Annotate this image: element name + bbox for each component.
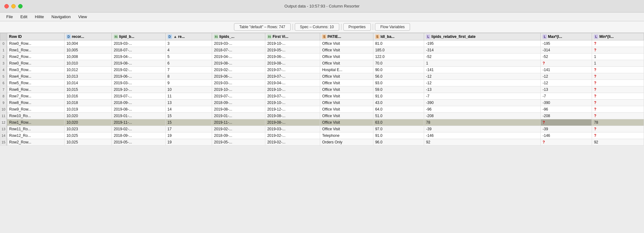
table-row[interactable]: 9Row8_Row...10,0182018-09-...132018-09-.… <box>0 100 644 106</box>
menu-file[interactable]: File <box>3 14 16 20</box>
row-number: 11 <box>0 113 7 119</box>
maximize-button[interactable] <box>18 4 23 8</box>
col-header-lipids-rel[interactable]: L lipids_relative_first_date <box>424 33 541 40</box>
cell-lipids-rel: -141 <box>424 67 541 73</box>
table-row[interactable]: 6Row5_Row...10,0142019-03-...92019-03-..… <box>0 80 644 86</box>
cell-patie: Office Visit <box>320 106 373 113</box>
cell-max-l: -390 <box>541 100 592 106</box>
cell-recor: 10,025 <box>65 132 112 139</box>
cell-min-l: ? <box>592 132 644 139</box>
menu-view[interactable]: View <box>75 14 90 20</box>
table-row[interactable]: 1Row1_Row...10,0052018-07-...42018-07-..… <box>0 47 644 54</box>
cell-patie: Office Visit <box>320 54 373 60</box>
minimize-button[interactable] <box>11 4 16 8</box>
cell-lipids-rel: -195 <box>424 40 541 47</box>
cell-re: 3 <box>165 40 212 47</box>
col-label-first-vi: First Vi... <box>273 34 288 39</box>
cell-lipids-s: 2019-02-... <box>212 67 265 73</box>
cell-lipid-b: 2019-05-... <box>112 139 165 146</box>
cell-lipids-s: 2019-10-... <box>212 86 265 93</box>
col-header-row-id[interactable]: Row ID <box>7 33 64 40</box>
cell-recor: 10,023 <box>65 126 112 132</box>
properties-button[interactable]: Properties <box>343 23 371 31</box>
col-label-lipids-rel: lipids_relative_first_date <box>431 34 475 39</box>
cell-recor: 10,020 <box>65 113 112 119</box>
cell-lipid-b: 2019-08-... <box>112 106 165 113</box>
table-row[interactable]: 14Row12_Ro...10,0252018-09-...192018-09-… <box>0 132 644 139</box>
table-row[interactable]: 2Row2_Row...10,0082019-04-...52019-04-..… <box>0 54 644 60</box>
table-info-button[interactable]: Table "default" – Rows: 747 <box>234 23 291 31</box>
col-header-recor[interactable]: D recor... <box>65 33 112 40</box>
cell-min-l: ? <box>592 80 644 86</box>
table-row[interactable]: 11Row10_Ro...10,0202019-01-...152019-01-… <box>0 113 644 119</box>
cell-lipids-s: 2019-01-... <box>212 113 265 119</box>
table-row[interactable]: 4Row3_Row...10,0122019-02-...72019-02-..… <box>0 67 644 73</box>
col-type-recor: D <box>66 34 71 39</box>
col-header-first-vi[interactable]: 31 First Vi... <box>265 33 320 40</box>
col-type-first-vi: 31 <box>267 34 272 39</box>
table-container[interactable]: Row ID D recor... 31 lipid_b... <box>0 33 644 233</box>
table-row[interactable]: 13Row11_Ro...10,0232019-02-...172019-02-… <box>0 126 644 132</box>
table-row[interactable]: 15Row2_Row...10,0252019-05-...192019-05-… <box>0 139 644 146</box>
col-header-lipid-b[interactable]: 31 lipid_b... <box>112 33 165 40</box>
table-body: 0Row0_Row...10,0042019-03-...32019-03-..… <box>0 40 644 146</box>
cell-row-id: Row6_Row... <box>7 86 64 93</box>
window-title: Output data - 10:57:93 - Column Resorter <box>284 4 360 8</box>
cell-lipids-rel: -208 <box>424 113 541 119</box>
cell-lipids-s: 2019-11-... <box>212 119 265 126</box>
table-row[interactable]: 10Row9_Row...10,0192019-08-...142019-08-… <box>0 106 644 113</box>
cell-patie: Office Visit <box>320 47 373 54</box>
col-header-re[interactable]: D ▲ re... <box>165 33 212 40</box>
cell-patie: Telephone <box>320 132 373 139</box>
row-number: 6 <box>0 80 7 86</box>
cell-ldl-ba: 43.0 <box>373 100 424 106</box>
col-header-min-l[interactable]: L Min*(li... <box>592 33 644 40</box>
cell-max-l: -13 <box>541 86 592 93</box>
cell-patie: Office Visit <box>320 86 373 93</box>
table-row[interactable]: 12Row1_Row...10,0202019-11-...152019-11-… <box>0 119 644 126</box>
cell-max-l: -146 <box>541 132 592 139</box>
cell-min-l: ? <box>592 47 644 54</box>
cell-ldl-ba: 51.0 <box>373 113 424 119</box>
cell-lipids-rel: -13 <box>424 86 541 93</box>
menu-edit[interactable]: Edit <box>17 14 30 20</box>
col-header-ldl-ba[interactable]: S ldl_ba... <box>373 33 424 40</box>
cell-lipids-s: 2018-09-... <box>212 100 265 106</box>
cell-first-vi: 2019-05-... <box>265 47 320 54</box>
table-row[interactable]: 7Row6_Row...10,0152019-10-...102019-10-.… <box>0 86 644 93</box>
spec-button[interactable]: Spec – Columns: 10 <box>295 23 339 31</box>
cell-recor: 10,005 <box>65 47 112 54</box>
table-row[interactable]: 8Row7_Row...10,0162019-07-...112019-07-.… <box>0 93 644 100</box>
table-row[interactable]: 5Row4_Row...10,0132019-06-...82019-06-..… <box>0 73 644 80</box>
cell-patie: Hospital E... <box>320 67 373 73</box>
menu-hilite[interactable]: Hilite <box>32 14 47 20</box>
cell-ldl-ba: 70.0 <box>373 60 424 67</box>
title-bar: Output data - 10:57:93 - Column Resorter <box>0 0 644 13</box>
cell-max-l: -141 <box>541 67 592 73</box>
col-header-patie[interactable]: S PATIE... <box>320 33 373 40</box>
cell-lipids-s: 2019-05-... <box>212 139 265 146</box>
cell-max-l: ? <box>541 60 592 67</box>
close-button[interactable] <box>4 4 9 8</box>
cell-ldl-ba: 96.0 <box>373 139 424 146</box>
cell-min-l: 1 <box>592 54 644 60</box>
cell-first-vi: 2019-08-... <box>265 113 320 119</box>
cell-re: 17 <box>165 126 212 132</box>
table-header-row: Row ID D recor... 31 lipid_b... <box>0 33 644 40</box>
row-number: 1 <box>0 47 7 54</box>
cell-lipids-s: 2019-02-... <box>212 126 265 132</box>
menu-navigation[interactable]: Navigation <box>48 14 74 20</box>
cell-min-l: ? <box>592 73 644 80</box>
cell-first-vi: 2019-03-... <box>265 126 320 132</box>
col-header-lipids-s[interactable]: 31 lipids_... <box>212 33 265 40</box>
table-row[interactable]: 0Row0_Row...10,0042019-03-...32019-03-..… <box>0 40 644 47</box>
cell-lipid-b: 2019-03-... <box>112 80 165 86</box>
cell-min-l: ? <box>592 126 644 132</box>
row-number: 7 <box>0 86 7 93</box>
cell-lipid-b: 2018-07-... <box>112 47 165 54</box>
cell-min-l: ? <box>592 67 644 73</box>
col-header-max-l[interactable]: L Max*(l... <box>541 33 592 40</box>
menu-bar: File Edit Hilite Navigation View <box>0 13 644 21</box>
flow-variables-button[interactable]: Flow Variables <box>375 23 410 31</box>
table-row[interactable]: 3Row0_Row...10,0102019-08-...62019-08-..… <box>0 60 644 67</box>
